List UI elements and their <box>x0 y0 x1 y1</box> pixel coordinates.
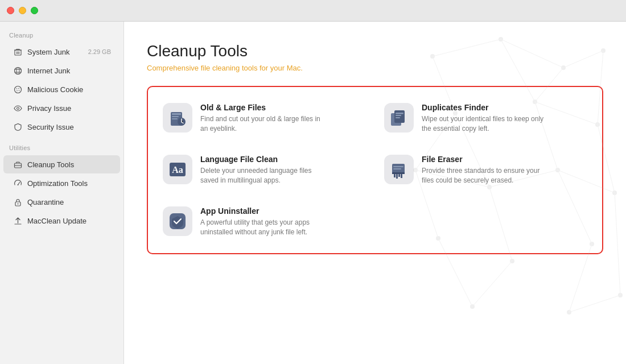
sidebar-item-quarantine[interactable]: Quarantine <box>3 193 120 211</box>
tools-grid: Old & Large Files Find and cut out your … <box>147 86 603 254</box>
internet-junk-label: Internet Junk <box>27 67 111 75</box>
briefcase-icon <box>13 159 23 169</box>
language-name: Language File Clean <box>200 155 326 164</box>
eraser-desc: Provide three standards to ensure your f… <box>422 166 547 186</box>
old-files-icon <box>167 107 188 128</box>
utilities-section-label: Utilities <box>0 142 123 155</box>
page-subtitle: Comprehensive file cleaning tools for yo… <box>147 64 603 72</box>
eraser-icon-wrap <box>384 155 414 184</box>
globe-icon <box>13 65 23 76</box>
svg-point-5 <box>17 67 19 74</box>
svg-point-13 <box>17 107 19 109</box>
shield-icon <box>13 122 23 132</box>
sidebar-item-optimization-tools[interactable]: Optimization Tools <box>3 174 120 192</box>
svg-line-58 <box>472 261 512 307</box>
cleanup-section-label: Cleanup <box>0 30 123 42</box>
close-button[interactable] <box>7 7 14 14</box>
uninstaller-desc: A powerful utility that gets your apps u… <box>200 218 326 238</box>
system-junk-label: System Junk <box>27 48 84 56</box>
duplicates-desc: Wipe out your identical files to keep on… <box>422 114 547 134</box>
tool-duplicates-finder[interactable]: Duplicates Finder Wipe out your identica… <box>375 93 596 144</box>
svg-point-4 <box>14 67 21 74</box>
language-icon-wrap: Aa <box>163 155 192 184</box>
uninstaller-icon <box>167 211 188 231</box>
svg-rect-76 <box>398 174 400 177</box>
svg-point-8 <box>14 86 21 93</box>
svg-rect-62 <box>172 113 181 115</box>
language-info: Language File Clean Delete your unneeded… <box>200 155 326 186</box>
svg-point-12 <box>18 90 19 91</box>
uninstaller-icon-wrap <box>163 206 192 236</box>
svg-line-56 <box>615 193 620 295</box>
optimization-tools-label: Optimization Tools <box>27 179 111 188</box>
svg-point-11 <box>17 90 18 91</box>
titlebar <box>0 0 626 22</box>
eraser-info: File Eraser Provide three standards to e… <box>422 155 547 186</box>
security-issue-label: Security Issue <box>27 123 111 131</box>
svg-point-31 <box>612 191 617 195</box>
sidebar-item-privacy-issue[interactable]: Privacy Issue <box>3 99 120 117</box>
duplicates-info: Duplicates Finder Wipe out your identica… <box>422 103 547 134</box>
svg-point-35 <box>470 304 475 309</box>
svg-point-37 <box>618 293 623 297</box>
eye-icon <box>13 103 23 113</box>
maximize-button[interactable] <box>31 7 38 14</box>
svg-rect-77 <box>401 174 402 178</box>
minimize-button[interactable] <box>19 7 26 14</box>
tool-language-file-clean[interactable]: Aa Language File Clean Delete your unnee… <box>154 144 375 196</box>
sidebar-item-malicious-cookie[interactable]: Malicious Cookie <box>3 80 120 98</box>
system-junk-badge: 2.29 GB <box>88 48 111 55</box>
trash-icon <box>13 47 23 57</box>
eraser-icon <box>389 159 409 180</box>
cleanup-tools-label: Cleanup Tools <box>27 160 111 169</box>
svg-point-19 <box>17 203 18 204</box>
tool-file-eraser[interactable]: File Eraser Provide three standards to e… <box>375 144 596 196</box>
sidebar-item-system-junk[interactable]: System Junk 2.29 GB <box>3 43 120 61</box>
malicious-cookie-label: Malicious Cookie <box>27 85 111 94</box>
sidebar-item-security-issue[interactable]: Security Issue <box>3 118 120 136</box>
svg-line-60 <box>569 295 620 312</box>
sidebar-item-cleanup-tools[interactable]: Cleanup Tools <box>3 155 120 173</box>
cookie-icon <box>13 84 23 94</box>
svg-point-33 <box>510 259 514 263</box>
sidebar: Cleanup System Junk 2.29 GB <box>0 22 124 364</box>
eraser-name: File Eraser <box>422 155 547 164</box>
sidebar-item-internet-junk[interactable]: Internet Junk <box>3 61 120 80</box>
language-desc: Delete your unneeded language files save… <box>200 166 326 186</box>
svg-text:Aa: Aa <box>172 165 183 175</box>
arrow-up-icon <box>13 216 23 226</box>
svg-rect-80 <box>393 168 401 169</box>
svg-rect-63 <box>172 116 179 117</box>
svg-rect-74 <box>394 174 396 177</box>
svg-rect-68 <box>396 113 403 114</box>
svg-point-36 <box>567 310 571 315</box>
svg-rect-75 <box>396 174 398 179</box>
svg-point-10 <box>18 88 19 89</box>
svg-rect-78 <box>392 172 405 174</box>
uninstaller-name: App Uninstaller <box>200 206 326 216</box>
svg-point-9 <box>16 88 17 89</box>
duplicates-name: Duplicates Finder <box>422 103 547 112</box>
page-title: Cleanup Tools <box>147 42 603 60</box>
language-icon: Aa <box>167 159 188 180</box>
duplicates-icon <box>389 107 409 128</box>
macclean-update-label: MacClean Update <box>27 217 111 225</box>
privacy-issue-label: Privacy Issue <box>27 104 111 113</box>
svg-rect-67 <box>394 110 405 123</box>
tool-old-large-files[interactable]: Old & Large Files Find and cut out your … <box>154 93 375 144</box>
app-layout: Cleanup System Junk 2.29 GB <box>0 22 626 364</box>
svg-rect-64 <box>172 118 178 119</box>
old-files-name: Old & Large Files <box>200 103 326 112</box>
tool-app-uninstaller[interactable]: App Uninstaller A powerful utility that … <box>154 196 375 248</box>
duplicates-icon-wrap <box>384 103 414 133</box>
svg-rect-79 <box>393 166 403 167</box>
sidebar-divider-1 <box>0 136 123 142</box>
old-files-info: Old & Large Files Find and cut out your … <box>200 103 326 134</box>
sidebar-item-macclean-update[interactable]: MacClean Update <box>3 212 120 230</box>
uninstaller-info: App Uninstaller A powerful utility that … <box>200 206 326 238</box>
svg-point-22 <box>499 37 503 42</box>
gauge-icon <box>13 178 23 188</box>
main-content: Cleanup Tools Comprehensive file cleanin… <box>124 22 626 364</box>
quarantine-label: Quarantine <box>27 198 111 206</box>
lock-icon <box>13 197 23 207</box>
